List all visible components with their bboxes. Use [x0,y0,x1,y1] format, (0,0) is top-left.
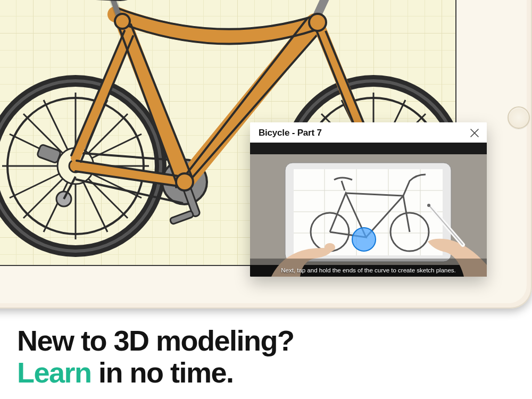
promo-screenshot: Bicycle - Part 7 [0,0,532,399]
svg-point-73 [325,243,335,252]
video-thumbnail [250,143,487,277]
headline: New to 3D modeling? Learn in no time. [17,325,294,389]
svg-point-54 [309,14,326,31]
home-button[interactable] [508,106,530,129]
svg-point-76 [427,204,430,207]
svg-rect-46 [170,211,194,225]
tutorial-popup[interactable]: Bicycle - Part 7 [250,122,487,277]
headline-line2-rest: in no time. [92,356,234,388]
headline-line1: New to 3D modeling? [17,325,294,356]
tutorial-title: Bicycle - Part 7 [259,128,322,138]
close-icon[interactable] [470,128,479,138]
svg-point-53 [176,173,193,190]
svg-point-55 [115,14,130,29]
tutorial-video[interactable]: Next, tap and hold the ends of the curve… [250,143,487,277]
tutorial-header: Bicycle - Part 7 [250,122,487,143]
headline-accent: Learn [17,356,92,388]
video-caption: Next, tap and hold the ends of the curve… [250,267,487,273]
headline-line2: Learn in no time. [17,356,294,388]
